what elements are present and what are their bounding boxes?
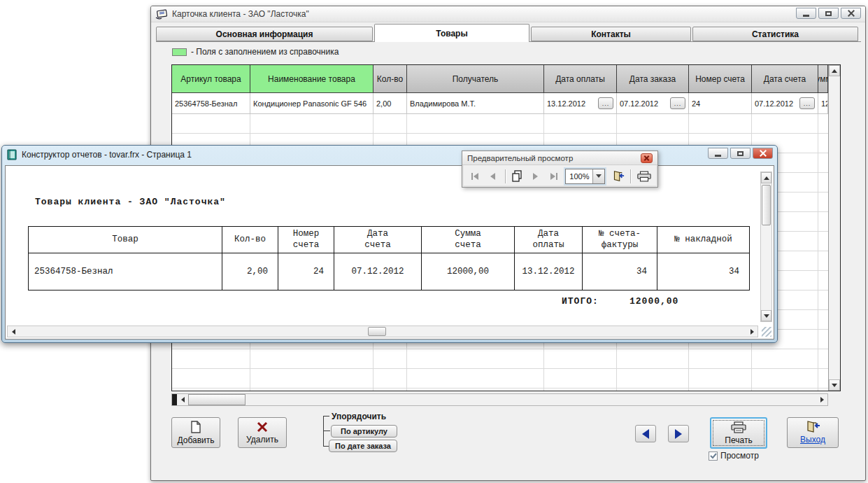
preview-checkbox[interactable] (709, 451, 718, 461)
check-icon (710, 453, 717, 459)
zoom-dropdown-button[interactable] (592, 169, 604, 183)
grid-horizontal-scrollbar[interactable] (171, 393, 828, 406)
scroll-up-button[interactable] (829, 65, 840, 76)
next-page-icon (533, 173, 538, 180)
pages-button[interactable] (510, 169, 523, 184)
grid-data-row[interactable]: 25364758-Безнал Кондиционер Panasonic GF… (172, 93, 828, 114)
cell-invoice-date: 07.12.2012 (755, 99, 793, 108)
first-page-icon (471, 173, 473, 180)
rcol-qty: Кол-во (222, 227, 278, 253)
report-scroll-down-button[interactable] (761, 310, 771, 321)
exit-door-icon (611, 170, 625, 182)
report-hscroll-thumb[interactable] (368, 327, 386, 336)
tab-bar: Основная информация Товары Контакты Стат… (156, 24, 861, 42)
report-maximize-button[interactable] (730, 148, 750, 159)
next-page-button[interactable] (529, 169, 542, 184)
prev-record-button[interactable] (635, 425, 656, 442)
print-button[interactable]: Печать (710, 417, 767, 449)
titlebar[interactable]: Карточка клиента - ЗАО "Ласточка" (151, 6, 865, 22)
add-button-label: Добавить (177, 435, 214, 445)
print-report-button[interactable] (636, 169, 652, 184)
rcell-invoice-sum: 12000,00 (422, 253, 515, 290)
report-close-button[interactable] (753, 148, 773, 159)
resize-grip[interactable] (762, 327, 771, 337)
arrow-right-icon (675, 429, 682, 439)
maximize-icon (737, 151, 744, 156)
scroll-down-button[interactable] (829, 379, 840, 391)
zoom-combobox[interactable]: 100% (565, 169, 604, 184)
invoice-date-picker-button[interactable]: ... (799, 97, 815, 109)
first-page-button[interactable] (468, 169, 481, 184)
col-pay-date[interactable]: Дата оплаты (544, 65, 617, 93)
order-bracket-stub-bottom (323, 446, 329, 447)
scroll-left-button[interactable] (177, 394, 188, 405)
client-card-icon (155, 9, 168, 20)
tab-main-info[interactable]: Основная информация (156, 27, 373, 41)
report-titlebar[interactable]: Конструктор отчетов - tovar.frx - Страни… (2, 146, 777, 163)
delete-button[interactable]: Удалить (238, 417, 287, 448)
preview-checkbox-label: Просмотр (720, 451, 759, 461)
col-receiver[interactable]: Получатель (407, 65, 544, 93)
order-by-date-button[interactable]: По дате заказа (329, 440, 397, 452)
exit-button[interactable]: Выход (787, 417, 839, 448)
rcol-factura-num: № счета- фактуры (583, 227, 657, 253)
copy-pages-icon (511, 170, 523, 182)
close-icon (760, 150, 767, 156)
report-page: Товары клиента - ЗАО "Ласточка" Товар Ко… (5, 165, 774, 340)
hscroll-thumb[interactable] (188, 394, 246, 405)
legend-text: - Поля с заполнением из справочника (191, 47, 339, 57)
next-record-button[interactable] (668, 425, 689, 442)
screen: Карточка клиента - ЗАО "Ласточка" Основн… (0, 0, 868, 483)
col-order-date[interactable]: Дата заказа (617, 65, 689, 93)
report-vertical-scrollbar[interactable] (760, 172, 772, 322)
cell-qty: 2,00 (376, 99, 391, 108)
separator (630, 169, 631, 183)
maximize-icon (825, 11, 832, 16)
separator (505, 169, 506, 183)
rcell-qty: 2,00 (222, 253, 278, 290)
report-scroll-right-button[interactable] (746, 326, 757, 337)
grid-header-row: Артикул товара Наименование товара Кол-в… (172, 65, 828, 93)
preview-close-button[interactable] (641, 153, 653, 163)
col-invoice-date[interactable]: Дата счета (752, 65, 818, 93)
rcol-tovar: Товар (29, 227, 222, 253)
last-page-icon (556, 173, 557, 180)
col-sum[interactable]: Сумма (818, 65, 828, 93)
order-by-articul-button[interactable]: По артикулу (331, 425, 397, 438)
order-date-picker-button[interactable]: ... (670, 97, 685, 109)
tab-tovary[interactable]: Товары (374, 24, 529, 42)
report-scroll-up-button[interactable] (761, 172, 771, 183)
add-button[interactable]: Добавить (171, 417, 220, 448)
last-page-button[interactable] (547, 169, 560, 184)
rcell-factura-num: 34 (583, 253, 657, 290)
grid-vertical-scrollbar[interactable] (828, 65, 840, 391)
tab-statistika[interactable]: Статистика (692, 27, 858, 41)
order-bracket-stub-top (323, 416, 329, 416)
col-invoice-num[interactable]: Номер счета (689, 65, 752, 93)
report-minimize-button[interactable] (708, 148, 728, 159)
report-book-icon (6, 149, 17, 160)
report-vscroll-thumb[interactable] (762, 185, 771, 225)
prev-page-icon (490, 173, 495, 180)
report-window-title: Конструктор отчетов - tovar.frx - Страни… (22, 150, 192, 160)
tab-kontakty[interactable]: Контакты (531, 27, 691, 41)
report-designer-window: Конструктор отчетов - tovar.frx - Страни… (1, 145, 778, 343)
col-name[interactable]: Наименование товара (250, 65, 373, 93)
report-horizontal-scrollbar[interactable] (7, 326, 758, 337)
preview-titlebar[interactable]: Предварительный просмотр (462, 151, 657, 165)
cell-sum: 12000,00 (821, 99, 828, 108)
arrow-left-icon (642, 429, 649, 439)
minimize-button[interactable] (796, 8, 816, 19)
print-button-label: Печать (725, 435, 752, 445)
maximize-button[interactable] (818, 8, 839, 19)
report-scroll-left-button[interactable] (8, 326, 19, 337)
pay-date-picker-button[interactable]: ... (598, 97, 613, 109)
col-qty[interactable]: Кол-во (373, 65, 407, 93)
close-preview-button[interactable] (610, 169, 626, 184)
prev-page-button[interactable] (486, 169, 499, 184)
scroll-right-button[interactable] (816, 394, 827, 405)
close-icon (848, 10, 855, 16)
close-button[interactable] (841, 8, 861, 19)
col-articul[interactable]: Артикул товара (172, 65, 250, 93)
preview-checkbox-row[interactable]: Просмотр (709, 451, 759, 461)
